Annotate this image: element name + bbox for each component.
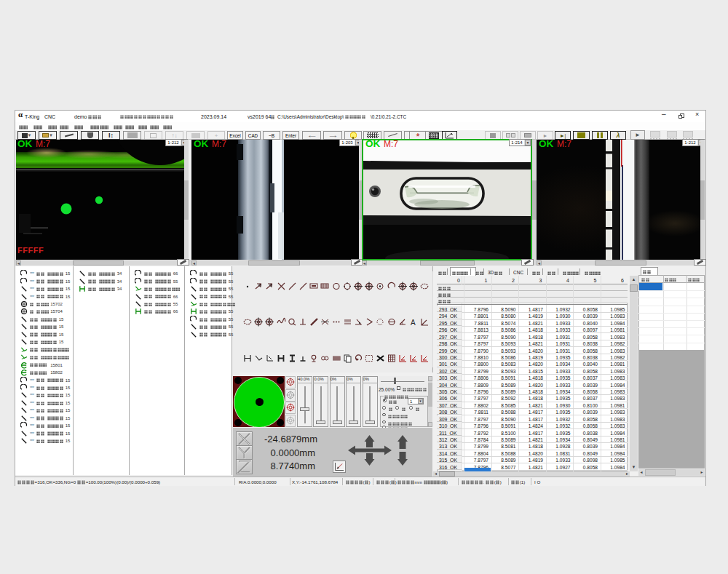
svg-text:A: A [411,319,416,327]
svg-text:FFFFF: FFFFF [17,246,44,255]
